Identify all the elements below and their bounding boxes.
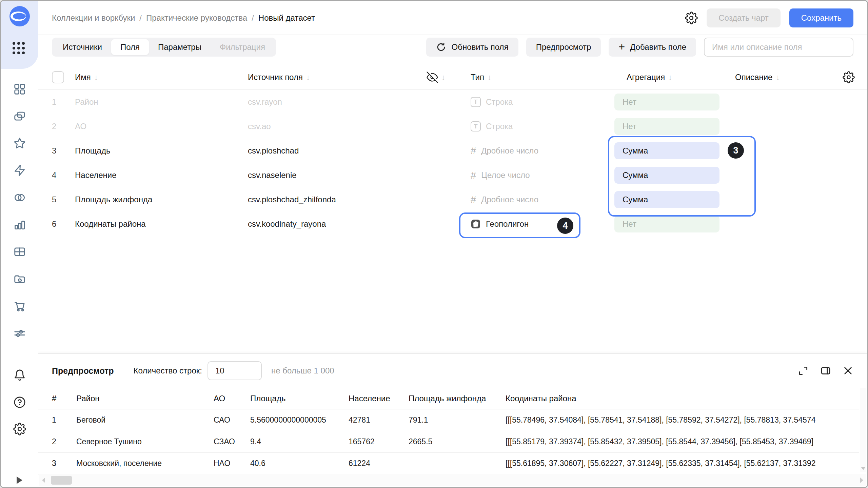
aggregation-select[interactable]: Нет — [614, 118, 719, 135]
preview-panel: Предпросмотр Количество строк: не больше… — [38, 353, 867, 487]
aggregation-select[interactable]: Сумма — [614, 191, 719, 208]
field-row[interactable]: 1 Район csv.rayon T Строка Нет — [38, 90, 867, 114]
field-source: csv.koodinaty_rayona — [248, 219, 427, 229]
field-type[interactable]: # Целое число — [471, 170, 614, 181]
page-title: Новый датасет — [258, 13, 315, 23]
sort-icon: ↓ — [668, 73, 672, 82]
sidebar — [1, 1, 38, 487]
field-type[interactable]: T Строка — [471, 121, 614, 131]
refresh-fields-label: Обновить поля — [451, 42, 508, 52]
scrollbar-thumb[interactable] — [51, 476, 72, 485]
field-source: csv.ao — [248, 122, 427, 131]
app-window: Коллекции и воркбуки / Практические руко… — [0, 0, 868, 488]
field-row[interactable]: 2 АО csv.ao T Строка Нет — [38, 114, 867, 139]
sidebar-expand[interactable] — [1, 473, 38, 487]
field-row-number: 3 — [52, 146, 75, 156]
overlapping-circles-icon[interactable] — [13, 191, 26, 204]
help-icon[interactable] — [13, 396, 26, 409]
field-type[interactable]: # Дробное число — [471, 145, 614, 157]
vertical-scrollbar[interactable] — [860, 388, 866, 472]
refresh-icon — [436, 42, 446, 52]
table-row: 3 Московский, поселение НАО 40.6 61224 [… — [38, 453, 859, 474]
scroll-left-icon[interactable] — [42, 477, 45, 483]
aggregation-select[interactable]: Нет — [614, 216, 719, 232]
breadcrumb-collections[interactable]: Коллекции и воркбуки — [52, 13, 135, 23]
tab-sources[interactable]: Источники — [54, 39, 111, 55]
field-row-number: 6 — [52, 219, 75, 229]
breadcrumb-workbook[interactable]: Практические руководства — [146, 13, 247, 23]
field-type[interactable]: T Строка — [471, 97, 614, 107]
number-type-icon: # — [471, 145, 476, 157]
bell-icon[interactable] — [13, 369, 26, 382]
tab-filtering[interactable]: Фильтрация — [211, 39, 274, 55]
refresh-fields-button[interactable]: Обновить поля — [426, 38, 518, 57]
preview-table-header: # Район АО Площадь Население Площадь жил… — [38, 388, 859, 409]
aggregation-select[interactable]: Нет — [614, 94, 719, 110]
eye-off-icon — [427, 72, 438, 83]
split-panel-icon[interactable] — [820, 365, 831, 376]
tab-parameters[interactable]: Параметры — [149, 39, 211, 55]
preview-title: Предпросмотр — [52, 366, 114, 376]
field-search-input[interactable] — [704, 38, 853, 57]
row-count-input[interactable] — [208, 361, 262, 380]
field-name: АО — [75, 122, 248, 131]
field-row[interactable]: 6 Коодинаты района csv.koodinaty_rayona … — [38, 212, 867, 236]
number-type-icon: # — [471, 170, 476, 181]
column-header-hidden[interactable]: ↓ — [427, 72, 471, 83]
scroll-down-icon[interactable] — [861, 467, 865, 470]
aggregation-select[interactable]: Сумма — [614, 142, 719, 159]
column-header-aggregation[interactable]: Агрегация ↓ — [614, 73, 723, 82]
cart-icon[interactable] — [13, 300, 26, 312]
column-header-type[interactable]: Тип ↓ — [471, 73, 614, 82]
field-name: Площадь жилфонда — [75, 195, 248, 204]
preview-button[interactable]: Предпросмотр — [526, 38, 601, 57]
scroll-right-icon[interactable] — [860, 477, 863, 483]
table-row: 1 Беговой САО 5.5600000000000005 42781 7… — [38, 409, 859, 431]
field-source: csv.ploshchad_zhilfonda — [248, 195, 427, 204]
expand-icon[interactable] — [798, 365, 809, 376]
annotation-badge-4: 4 — [557, 218, 573, 234]
settings-gear-icon[interactable] — [685, 12, 698, 24]
save-button[interactable]: Сохранить — [789, 8, 853, 27]
field-type[interactable]: # Дробное число — [471, 194, 614, 205]
annotation-badge-3: 3 — [728, 142, 744, 159]
close-icon[interactable] — [843, 365, 853, 376]
datalens-logo[interactable] — [9, 5, 31, 27]
row-count-label: Количество строк: — [134, 366, 202, 375]
number-type-icon: # — [471, 194, 476, 205]
table-row: 2 Северное Тушино СЗАО 9.4 165762 2665.5… — [38, 431, 859, 453]
field-name: Площадь — [75, 146, 248, 156]
copies-icon[interactable] — [13, 110, 26, 123]
folder-cloud-icon[interactable] — [13, 272, 26, 285]
tab-fields[interactable]: Поля — [111, 39, 149, 55]
lightning-icon[interactable] — [13, 164, 26, 177]
grid-squares-icon[interactable] — [13, 83, 26, 96]
table-icon[interactable] — [13, 245, 26, 258]
sort-icon: ↓ — [94, 73, 98, 82]
gear-icon[interactable] — [13, 423, 26, 435]
add-field-button[interactable]: + Добавить поле — [609, 38, 696, 57]
field-row-number: 4 — [52, 170, 75, 180]
sort-icon: ↓ — [488, 73, 492, 82]
bar-chart-icon[interactable] — [13, 218, 26, 231]
breadcrumb: Коллекции и воркбуки / Практические руко… — [52, 1, 315, 35]
field-row[interactable]: 4 Население csv.naselenie # Целое число … — [38, 163, 867, 187]
field-row-number: 1 — [52, 97, 75, 107]
apps-grid-icon[interactable] — [13, 42, 25, 54]
table-settings-gear-icon[interactable] — [843, 71, 855, 83]
create-chart-button[interactable]: Создать чарт — [707, 8, 781, 27]
sort-icon: ↓ — [441, 73, 446, 82]
fields-table-header: Имя ↓ Источник поля ↓ ↓ Тип ↓ Агрегация … — [38, 65, 867, 90]
select-all-checkbox[interactable] — [52, 71, 64, 83]
column-header-name[interactable]: Имя ↓ — [75, 73, 248, 82]
star-icon[interactable] — [13, 137, 26, 150]
field-row[interactable]: 5 Площадь жилфонда csv.ploshchad_zhilfon… — [38, 187, 867, 212]
horizontal-scrollbar[interactable] — [39, 474, 866, 486]
geopolygon-type-icon — [471, 219, 481, 229]
add-field-label: Добавить поле — [630, 42, 686, 52]
field-source: csv.rayon — [248, 97, 427, 107]
aggregation-select[interactable]: Сумма — [614, 167, 719, 184]
column-header-source[interactable]: Источник поля ↓ — [248, 73, 427, 82]
sliders-icon[interactable] — [13, 327, 26, 340]
field-type[interactable]: Геополигон — [471, 219, 614, 229]
